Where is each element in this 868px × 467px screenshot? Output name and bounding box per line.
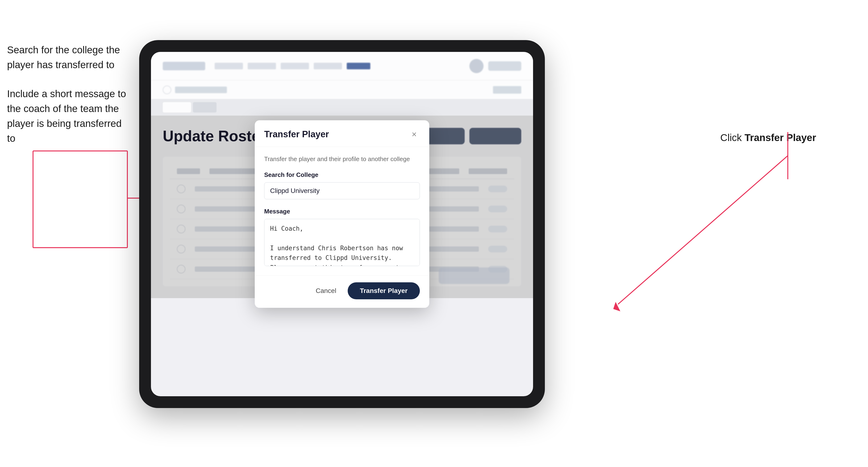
search-college-label: Search for College — [264, 171, 420, 179]
nav-item-3 — [281, 63, 309, 69]
main-content: Update Roster — [151, 116, 533, 298]
sub-header — [151, 80, 533, 99]
header-right — [469, 59, 521, 73]
header-logo — [163, 62, 205, 70]
modal-overlay: Transfer Player × Transfer the player an… — [151, 116, 533, 298]
tab-item-1 — [163, 102, 191, 113]
nav-item-1 — [215, 63, 243, 69]
nav-item-4 — [314, 63, 342, 69]
svg-line-6 — [618, 156, 788, 304]
header-avatar — [469, 59, 484, 73]
modal-close-button[interactable]: × — [408, 129, 420, 140]
nav-item-5-active — [347, 63, 370, 69]
annotation-text-2: Include a short message to the coach of … — [7, 86, 130, 146]
header-nav — [215, 63, 460, 69]
svg-marker-8 — [613, 302, 620, 311]
modal-header: Transfer Player × — [255, 120, 429, 147]
modal-title: Transfer Player — [264, 129, 329, 139]
modal-footer: Cancel Transfer Player — [255, 276, 429, 308]
sub-header-left — [163, 86, 227, 94]
modal-body: Transfer the player and their profile to… — [255, 147, 429, 276]
sub-header-right — [493, 86, 521, 94]
tablet-screen: Update Roster — [151, 52, 533, 396]
annotation-right: Click Transfer Player — [720, 132, 816, 144]
header-button — [488, 61, 521, 71]
tab-item-2 — [193, 102, 217, 113]
modal-subtitle: Transfer the player and their profile to… — [264, 155, 420, 163]
transfer-player-modal: Transfer Player × Transfer the player an… — [255, 120, 429, 308]
cancel-button[interactable]: Cancel — [310, 283, 342, 299]
annotation-text-1: Search for the college the player has tr… — [7, 42, 130, 72]
message-label: Message — [264, 208, 420, 215]
nav-item-2 — [248, 63, 276, 69]
app-header — [151, 52, 533, 80]
tab-bar — [151, 99, 533, 116]
tablet-frame: Update Roster — [139, 40, 545, 408]
sub-header-check — [163, 86, 171, 94]
search-college-input[interactable] — [264, 182, 420, 199]
message-textarea[interactable]: Hi Coach, I understand Chris Robertson h… — [264, 219, 420, 266]
transfer-player-button[interactable]: Transfer Player — [348, 282, 420, 299]
annotation-right-prefix: Click — [720, 132, 745, 143]
annotation-left: Search for the college the player has tr… — [7, 42, 130, 160]
annotation-right-bold: Transfer Player — [744, 132, 816, 143]
sub-header-text — [175, 87, 227, 93]
